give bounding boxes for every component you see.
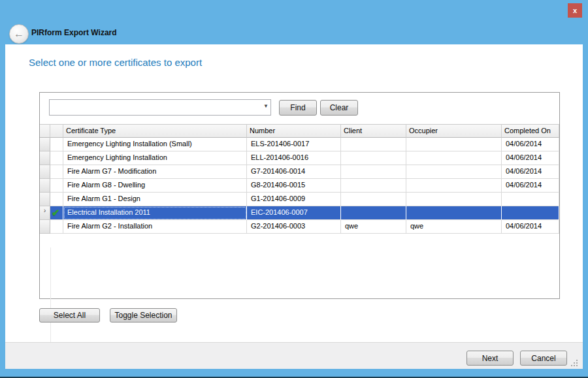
cell-client[interactable] <box>341 193 406 206</box>
table-header-row: Certificate TypeNumberClientOccupierComp… <box>40 124 559 138</box>
resize-grip[interactable] <box>570 359 578 366</box>
cell-number[interactable]: ELS-201406-0017 <box>247 138 341 151</box>
find-button[interactable]: Find <box>279 100 317 116</box>
cell-number[interactable]: G1-201406-0009 <box>247 193 341 206</box>
cell-completed-on[interactable]: 04/06/2014 <box>502 165 559 179</box>
cell-completed-on[interactable]: 04/06/2014 <box>502 179 559 193</box>
cell-certificate-type[interactable]: Fire Alarm G2 - Installation <box>63 220 247 234</box>
cell-occupier[interactable]: qwe <box>406 220 502 234</box>
clear-button[interactable]: Clear <box>320 100 358 116</box>
back-button[interactable]: ← <box>9 24 29 44</box>
cell-occupier[interactable] <box>406 151 502 165</box>
row-selector[interactable] <box>40 138 50 151</box>
cell-certificate-type[interactable]: Electrical Installation 2011 <box>63 206 247 220</box>
cell-client[interactable] <box>341 138 406 151</box>
cell-occupier[interactable] <box>406 165 502 179</box>
cell-occupier[interactable] <box>406 138 502 151</box>
cell-client[interactable] <box>341 151 406 165</box>
page-title: Select one or more certificates to expor… <box>29 57 202 68</box>
cell-client[interactable] <box>341 206 406 220</box>
table-row[interactable]: Fire Alarm G8 - DwellingG8-201406-001504… <box>40 179 559 193</box>
row-check-cell[interactable] <box>50 220 63 234</box>
cell-certificate-type[interactable]: Fire Alarm G8 - Dwelling <box>63 179 247 193</box>
cell-completed-on[interactable] <box>502 206 559 220</box>
table-row[interactable]: Emergency Lighting Installation (Small)E… <box>40 138 559 151</box>
table-row[interactable]: Fire Alarm G1 - DesignG1-201406-0009 <box>40 193 559 206</box>
row-check-cell[interactable] <box>50 165 63 179</box>
column-header-occupier[interactable]: Occupier <box>406 124 502 138</box>
row-selector[interactable] <box>40 193 50 206</box>
column-header-blank[interactable] <box>40 124 50 138</box>
cell-client[interactable] <box>341 179 406 193</box>
close-icon: x <box>573 7 577 14</box>
row-selector[interactable]: › <box>40 206 50 220</box>
cell-number[interactable]: EIC-201406-0007 <box>247 206 341 220</box>
cell-completed-on[interactable]: 04/06/2014 <box>502 151 559 165</box>
column-header-blank[interactable] <box>50 124 63 138</box>
cell-number[interactable]: G7-201406-0014 <box>247 165 341 179</box>
certificates-table: Certificate TypeNumberClientOccupierComp… <box>40 124 559 234</box>
grid-column-divider <box>50 247 51 343</box>
selected-check-icon: ✔ <box>52 207 60 218</box>
cell-occupier[interactable] <box>406 193 502 206</box>
next-button[interactable]: Next <box>466 351 514 366</box>
toggle-selection-button[interactable]: Toggle Selection <box>110 308 177 323</box>
select-all-button[interactable]: Select All <box>39 308 100 323</box>
column-header-certificate-type[interactable]: Certificate Type <box>63 124 247 138</box>
table-row[interactable]: ›✔Electrical Installation 2011EIC-201406… <box>40 206 559 220</box>
export-wizard-window: x ← PIRform Export Wizard Select one or … <box>0 0 588 378</box>
row-selector[interactable] <box>40 179 50 193</box>
footer-bar: Next Cancel <box>5 342 583 369</box>
row-selector[interactable] <box>40 220 50 234</box>
row-selector[interactable] <box>40 151 50 165</box>
cell-number[interactable]: G8-201406-0015 <box>247 179 341 193</box>
cell-certificate-type[interactable]: Emergency Lighting Installation (Small) <box>63 138 247 151</box>
cell-occupier[interactable] <box>406 179 502 193</box>
chevron-down-icon[interactable]: ▼ <box>263 103 269 109</box>
column-header-completed-on[interactable]: Completed On <box>502 124 559 138</box>
row-check-cell[interactable] <box>50 151 63 165</box>
cell-occupier[interactable] <box>406 206 502 220</box>
row-check-cell[interactable] <box>50 179 63 193</box>
row-check-cell[interactable]: ✔ <box>50 206 63 220</box>
window-title: PIRform Export Wizard <box>31 28 117 37</box>
content-area: Select one or more certificates to expor… <box>5 44 583 369</box>
cell-certificate-type[interactable]: Fire Alarm G7 - Modification <box>63 165 247 179</box>
cell-completed-on[interactable]: 04/06/2014 <box>502 138 559 151</box>
table-row[interactable]: Fire Alarm G2 - InstallationG2-201406-00… <box>40 220 559 234</box>
cell-client[interactable] <box>341 165 406 179</box>
table-row[interactable]: Fire Alarm G7 - ModificationG7-201406-00… <box>40 165 559 179</box>
cancel-button[interactable]: Cancel <box>520 351 567 366</box>
cell-certificate-type[interactable]: Emergency Lighting Installation <box>63 151 247 165</box>
cell-completed-on[interactable]: 04/06/2014 <box>502 220 559 234</box>
table-row[interactable]: Emergency Lighting InstallationELL-20140… <box>40 151 559 165</box>
row-selector[interactable] <box>40 165 50 179</box>
cell-completed-on[interactable] <box>502 193 559 206</box>
cell-certificate-type[interactable]: Fire Alarm G1 - Design <box>63 193 247 206</box>
close-button[interactable]: x <box>568 3 582 18</box>
cell-number[interactable]: G2-201406-0003 <box>247 220 341 234</box>
column-header-client[interactable]: Client <box>341 124 406 138</box>
column-header-number[interactable]: Number <box>247 124 341 138</box>
cell-number[interactable]: ELL-201406-0016 <box>247 151 341 165</box>
row-check-cell[interactable] <box>50 193 63 206</box>
cell-client[interactable]: qwe <box>341 220 406 234</box>
row-check-cell[interactable] <box>50 138 63 151</box>
back-arrow-icon: ← <box>14 28 24 39</box>
